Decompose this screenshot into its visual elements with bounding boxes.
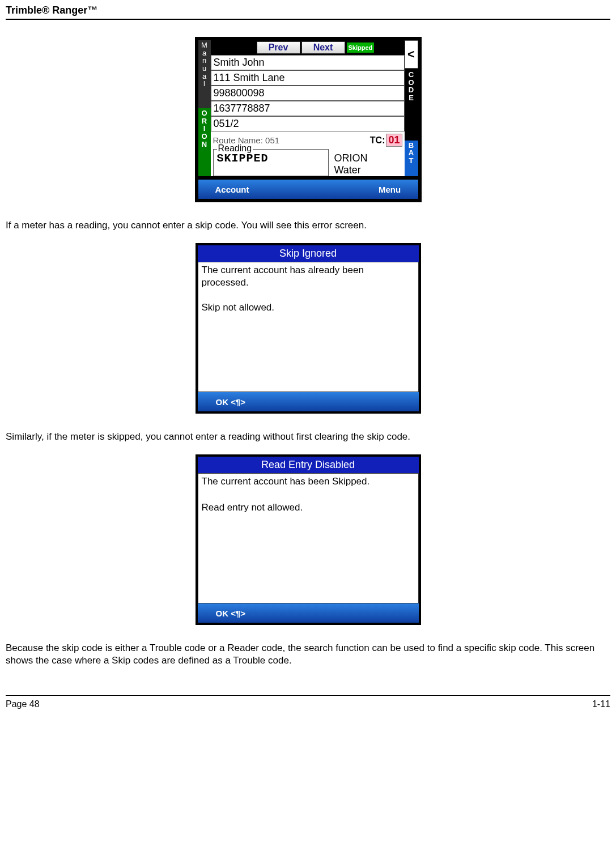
name-field: Smith John bbox=[211, 55, 405, 70]
dialog-read-entry-disabled: Read Entry Disabled The current account … bbox=[196, 454, 421, 625]
right-tab-column: < CODE BAT bbox=[405, 40, 418, 176]
paragraph-3: Because the skip code is either a Troubl… bbox=[6, 642, 610, 667]
dialog-text-line: The current account has been Skipped. bbox=[202, 476, 415, 487]
paragraph-2: Similarly, if the meter is skipped, you … bbox=[6, 431, 610, 443]
prev-button[interactable]: Prev bbox=[257, 41, 300, 54]
softkey-menu[interactable]: Menu bbox=[362, 185, 418, 194]
page-footer: Page 48 1-11 bbox=[6, 696, 610, 709]
paragraph-1: If a meter has a reading, you cannot ent… bbox=[6, 219, 610, 232]
reading-value: SKIPPED bbox=[217, 152, 269, 165]
dialog-softbar: OK <¶> bbox=[198, 603, 419, 623]
footer-page-number: Page 48 bbox=[6, 699, 40, 709]
tab-manual[interactable]: Manual bbox=[198, 40, 211, 108]
device-screenshot-main: Manual ORION Prev Next Skipped Smith Joh… bbox=[195, 37, 422, 202]
softkey-account[interactable]: Account bbox=[198, 185, 266, 194]
softkey-bar: Account Menu bbox=[198, 180, 418, 199]
dialog-text-line: Read entry not allowed. bbox=[202, 502, 415, 513]
reading-fieldset: Reading SKIPPED bbox=[213, 149, 329, 176]
page-header: Trimble® Ranger™ bbox=[6, 0, 610, 19]
account-field-2: 1637778887 bbox=[211, 101, 405, 116]
next-button[interactable]: Next bbox=[301, 41, 345, 54]
skipped-badge: Skipped bbox=[347, 42, 375, 53]
account-field-1: 998800098 bbox=[211, 86, 405, 101]
dialog-softbar: OK <¶> bbox=[198, 392, 419, 411]
dialog-title: Read Entry Disabled bbox=[198, 457, 419, 473]
tab-code[interactable]: CODE bbox=[405, 69, 418, 141]
dialog-text-line: processed. bbox=[202, 277, 415, 288]
ok-button[interactable]: OK <¶> bbox=[216, 397, 246, 407]
reading-legend: Reading bbox=[217, 143, 253, 154]
dialog-body: The current account has already been pro… bbox=[198, 262, 419, 392]
dialog-body: The current account has been Skipped. Re… bbox=[198, 473, 419, 603]
header-rule bbox=[6, 19, 610, 20]
footer-section-number: 1-11 bbox=[592, 699, 610, 709]
nav-row: Prev Next Skipped bbox=[211, 40, 405, 55]
dialog-skip-ignored: Skip Ignored The current account has alr… bbox=[196, 243, 421, 414]
meter-type-line1: ORION bbox=[334, 152, 402, 164]
dialog-text-line: Skip not allowed. bbox=[202, 302, 415, 313]
account-field-3: 051/2 bbox=[211, 116, 405, 131]
ok-button[interactable]: OK <¶> bbox=[216, 609, 246, 618]
dialog-text-line: The current account has already been bbox=[202, 265, 415, 276]
tc-value: 01 bbox=[386, 134, 402, 147]
left-tab-column: Manual ORION bbox=[198, 40, 211, 176]
dialog-title: Skip Ignored bbox=[198, 245, 419, 262]
tab-orion[interactable]: ORION bbox=[198, 108, 211, 176]
meter-type-line2: Water bbox=[334, 164, 402, 176]
address-field: 111 Smith Lane bbox=[211, 70, 405, 86]
tc-label: TC: bbox=[370, 135, 385, 146]
meter-type-label: ORION Water bbox=[329, 149, 402, 176]
tab-bat[interactable]: BAT bbox=[405, 141, 418, 176]
collapse-button[interactable]: < bbox=[405, 40, 418, 69]
